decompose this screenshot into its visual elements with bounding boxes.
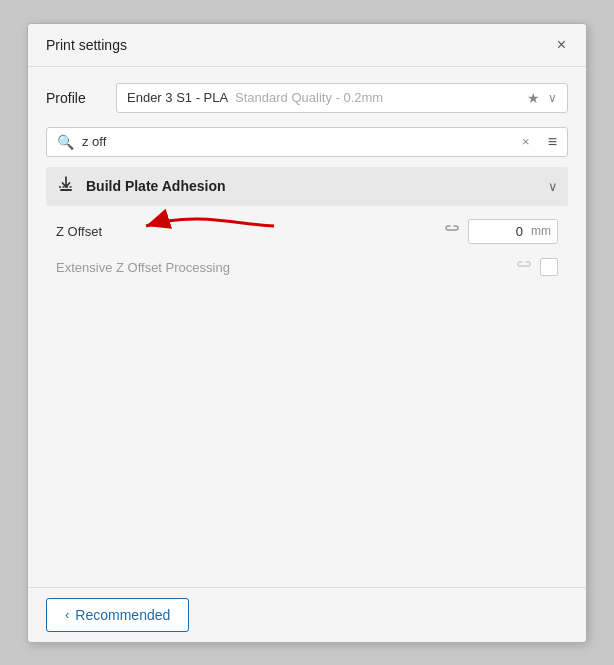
build-plate-svg-icon [56,174,76,194]
footer: ‹ Recommended [28,587,586,642]
settings-list: Z Offset mm [46,208,568,284]
search-input[interactable] [82,134,510,149]
recommended-button[interactable]: ‹ Recommended [46,598,189,632]
extensive-z-offset-label: Extensive Z Offset Processing [56,260,508,275]
menu-icon[interactable]: ≡ [548,133,557,151]
section-header-build-plate[interactable]: Build Plate Adhesion ∨ [46,167,568,206]
extensive-z-offset-row: Extensive Z Offset Processing [46,251,568,284]
z-offset-input[interactable] [469,220,529,243]
extensive-z-offset-link-icon[interactable] [516,258,532,277]
z-offset-input-group: mm [468,219,558,244]
chevron-down-icon: ∨ [548,91,557,105]
profile-dropdown-icons: ★ ∨ [527,90,557,106]
section-collapse-icon[interactable]: ∨ [548,179,558,194]
search-icon: 🔍 [57,134,74,150]
svg-rect-0 [60,189,72,191]
content-area: Profile Ender 3 S1 - PLA Standard Qualit… [28,67,586,587]
z-offset-unit: mm [529,220,557,242]
clear-search-button[interactable]: × [518,134,534,149]
z-offset-row: Z Offset mm [46,212,568,251]
window-title: Print settings [46,37,127,53]
build-plate-icon [56,174,76,199]
recommended-label: Recommended [75,607,170,623]
profile-sub-text: Standard Quality - 0.2mm [235,90,383,105]
star-icon[interactable]: ★ [527,90,540,106]
profile-row: Profile Ender 3 S1 - PLA Standard Qualit… [46,83,568,113]
section-title: Build Plate Adhesion [86,178,538,194]
profile-dropdown[interactable]: Ender 3 S1 - PLA Standard Quality - 0.2m… [116,83,568,113]
close-button[interactable]: × [551,34,572,56]
z-offset-label: Z Offset [56,224,436,239]
print-settings-window: Print settings × Profile Ender 3 S1 - PL… [27,23,587,643]
profile-label: Profile [46,90,100,106]
z-offset-link-icon[interactable] [444,222,460,241]
profile-main-text: Ender 3 S1 - PLA [127,90,227,105]
title-bar: Print settings × [28,24,586,67]
search-bar: 🔍 × ≡ [46,127,568,157]
extensive-z-offset-checkbox[interactable] [540,258,558,276]
recommended-chevron-icon: ‹ [65,607,69,622]
